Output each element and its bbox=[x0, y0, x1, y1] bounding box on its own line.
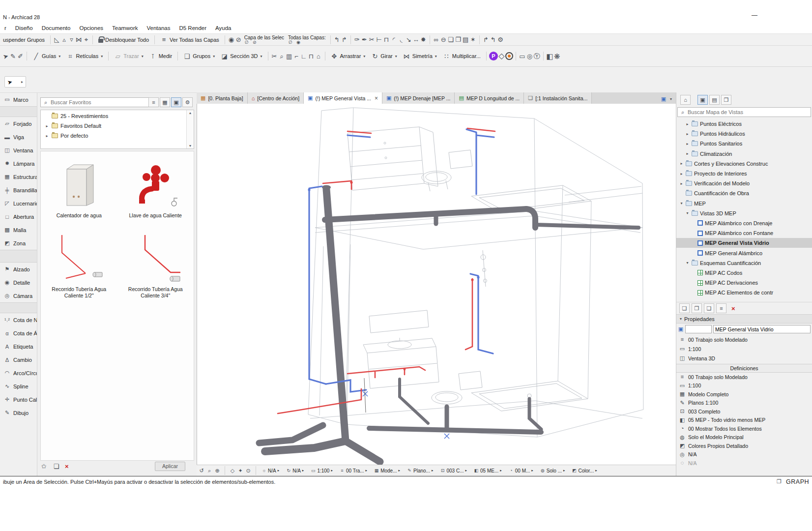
quick-select-tool[interactable]: ➤ ▸ bbox=[4, 76, 26, 88]
scissors-icon[interactable]: ✂ bbox=[271, 53, 278, 59]
properties-header[interactable]: ▾ Propiedades bbox=[676, 314, 812, 324]
prop-row-00-mostrar-todos-los-elementos[interactable]: ◔00 Mostrar Todos los Elementos bbox=[676, 424, 812, 433]
menu-item-ayuda[interactable]: Ayuda bbox=[211, 24, 235, 32]
y-circle-icon[interactable]: Ⓨ bbox=[533, 53, 541, 59]
prop-row-solo-el-modelo-principal[interactable]: ◍Solo el Modelo Principal bbox=[676, 433, 812, 442]
clone-folder-icon[interactable]: ❐ bbox=[692, 303, 702, 313]
frame-tool-icon[interactable]: ⊓ bbox=[308, 53, 315, 59]
prop-row-n-a[interactable]: ◎N/A bbox=[676, 450, 812, 459]
cube2-icon[interactable]: ◧ bbox=[546, 53, 553, 60]
tool-forjado[interactable]: ▱Forjado bbox=[0, 117, 37, 130]
ghost-show-icon[interactable]: ◉ bbox=[228, 36, 235, 43]
nav-item-cuantificacion-de-obra[interactable]: Cuantificación de Obra bbox=[676, 188, 812, 198]
boxed-view-icon[interactable]: ▣ bbox=[171, 97, 181, 107]
look-around-icon[interactable]: ⊙ bbox=[245, 468, 251, 473]
group-icon[interactable]: ❏ bbox=[447, 36, 455, 43]
distribute-icon[interactable]: ⋈ bbox=[75, 36, 83, 43]
stretch-icon[interactable]: ↔ bbox=[412, 36, 420, 43]
menu-item-d5-render[interactable]: D5 Render bbox=[174, 24, 211, 32]
favorites-folder-por-defecto[interactable]: ▸Por defecto bbox=[41, 131, 194, 141]
adjust-icon[interactable]: ⊢ bbox=[376, 36, 383, 43]
nav-item-proyecto-de-interiores[interactable]: ▸Proyecto de Interiores bbox=[676, 169, 812, 178]
tool-marco[interactable]: ▭Marco bbox=[0, 93, 37, 106]
menu-item-ventanas[interactable]: Ventanas bbox=[142, 24, 174, 32]
multiply-button[interactable]: ∷Multiplicar... bbox=[440, 51, 484, 61]
tab-close-icon[interactable]: × bbox=[375, 95, 378, 102]
section3d-button[interactable]: ◪Sección 3D▾ bbox=[218, 51, 265, 61]
ghost-hide-icon[interactable]: ⊘ bbox=[235, 36, 242, 43]
nav-item-mep-general-vista-vidrio[interactable]: MEP General Vista Vidrio bbox=[676, 238, 812, 248]
grids-button[interactable]: ⌗Retículas▾ bbox=[63, 51, 106, 61]
prop-row-1-100[interactable]: ▭1:100 bbox=[676, 344, 812, 354]
prop-row-00-trabajo-solo-modelado[interactable]: ≡00 Trabajo solo Modelado bbox=[676, 373, 812, 382]
prop-row-modelo-completo[interactable]: ▦Modelo Completo bbox=[676, 390, 812, 399]
settings-icon[interactable]: ⚙ bbox=[497, 36, 504, 43]
tool-arco-circul[interactable]: ◠Arco/Círcul bbox=[0, 366, 37, 380]
tool-malla[interactable]: ▩Malla bbox=[0, 223, 37, 236]
view-map-icon[interactable]: ▣ bbox=[697, 95, 708, 105]
pin-icon[interactable]: ⌖ bbox=[83, 36, 90, 43]
expander-icon[interactable]: ▸ bbox=[45, 124, 49, 128]
arrow-tool-icon[interactable]: ➤ bbox=[1, 52, 10, 60]
fillet-icon[interactable]: ◜ bbox=[390, 36, 398, 43]
navigator-search-input[interactable] bbox=[688, 109, 809, 115]
show-all-icon[interactable]: ∅ bbox=[288, 40, 293, 45]
nav-item-mep[interactable]: ▾MEP bbox=[676, 199, 812, 208]
delete-favorite-icon[interactable]: × bbox=[65, 463, 69, 470]
quickbar-003-c[interactable]: ⊡003 C...▸ bbox=[439, 468, 468, 473]
scroll-down-icon[interactable]: ▼ bbox=[189, 144, 192, 148]
tool-etiqueta[interactable]: AEtiqueta bbox=[0, 340, 37, 353]
nav-item-mep-ac-derivaciones[interactable]: MEP AC Derivaciones bbox=[676, 278, 812, 288]
tool-ventana[interactable]: ◫Ventana bbox=[0, 144, 37, 157]
nav-item-mep-ac-elementos-de-contr[interactable]: MEP AC Elementos de contr bbox=[676, 288, 812, 297]
expander-icon[interactable]: ▾ bbox=[685, 261, 690, 265]
tool-spline[interactable]: ∿Spline bbox=[0, 380, 37, 393]
tool-cambio[interactable]: ΔCambio bbox=[0, 353, 37, 366]
align-elements-icon[interactable]: ◺ bbox=[53, 36, 60, 43]
prop-row-00-trabajo-solo-modelado[interactable]: ≡00 Trabajo solo Modelado bbox=[676, 335, 812, 344]
link-icon[interactable]: ∞ bbox=[433, 36, 440, 43]
quickbar-color[interactable]: ◩Color...▸ bbox=[571, 468, 598, 473]
menu-item-teamwork[interactable]: Teamwork bbox=[108, 24, 142, 32]
quickbar-1-100[interactable]: ▭1:100▸ bbox=[310, 468, 334, 473]
lock-layer-icon[interactable]: ⊘ bbox=[252, 40, 257, 45]
expander-icon[interactable]: ▸ bbox=[685, 151, 690, 156]
quickbar-05-me[interactable]: ◧05 ME...▸ bbox=[473, 468, 503, 473]
new-viewpoint-icon[interactable]: ❏ bbox=[679, 303, 690, 313]
expander-icon[interactable]: ▸ bbox=[679, 172, 684, 176]
navigator-search[interactable]: ⌕ bbox=[677, 107, 811, 117]
prop-row-05-mep-todo-vidrio-menos-mep[interactable]: ◧05 MEP - Todo vidrio menos MEP bbox=[676, 416, 812, 425]
cube-view-icon[interactable]: ◇ bbox=[498, 52, 505, 60]
nav-item-mep-alambrico-con-drenaje[interactable]: MEP Alámbrico con Drenaje bbox=[676, 218, 812, 228]
nav-item-puntos-electricos[interactable]: ▸Puntos Eléctricos bbox=[676, 119, 812, 129]
grid-view-icon[interactable]: ▦ bbox=[160, 97, 170, 107]
expander-icon[interactable]: ▸ bbox=[685, 142, 690, 146]
delete-view-icon[interactable]: × bbox=[731, 305, 735, 312]
prop-row-planos-1-100[interactable]: ✎Planos 1:100 bbox=[676, 399, 812, 408]
suspend-groups-button[interactable]: uspender Grupos bbox=[0, 34, 48, 45]
angle-tool-icon[interactable]: ∟ bbox=[300, 53, 308, 59]
expander-icon[interactable]: ▸ bbox=[679, 161, 684, 166]
expander-icon[interactable]: ▸ bbox=[679, 181, 684, 186]
quickbar-mode[interactable]: ▦Mode...▸ bbox=[373, 468, 401, 473]
list-view-icon[interactable]: ≡ bbox=[148, 97, 159, 107]
backward-icon[interactable]: ↰ bbox=[490, 36, 497, 43]
d5-render-icon[interactable]: P bbox=[489, 52, 498, 60]
drag-button[interactable]: ✥Arrastrar▾ bbox=[328, 51, 369, 61]
prop-row-1-100[interactable]: ▭1:100 bbox=[676, 382, 812, 390]
view-name-field[interactable] bbox=[713, 325, 811, 333]
menu-item-diseno[interactable]: Diseño bbox=[11, 24, 37, 32]
resize-icon[interactable]: ↘ bbox=[405, 36, 412, 43]
scroll-up-icon[interactable]: ▲ bbox=[189, 111, 192, 115]
tool-lampara[interactable]: ✹Lámpara bbox=[0, 157, 37, 170]
tool-estructura[interactable]: ▦Estructura bbox=[0, 170, 37, 183]
mirror-button[interactable]: ⋈Simetría▾ bbox=[400, 51, 440, 61]
tool-punto-cali[interactable]: ✛Punto Cali bbox=[0, 393, 37, 406]
intersect-icon[interactable]: ⊓ bbox=[383, 36, 390, 43]
gear-flower-icon[interactable]: ❋ bbox=[553, 53, 561, 60]
trace-button[interactable]: ▱Trazar▾ bbox=[111, 51, 146, 61]
tool-cota-de-ar[interactable]: αCota de Ár bbox=[0, 326, 37, 340]
favorite-item-hot-water-tap[interactable]: Llave de agua Caliente bbox=[118, 157, 192, 231]
magic-wand-icon[interactable]: ✶ bbox=[469, 36, 477, 43]
tool-dibujo[interactable]: ✎Dibujo bbox=[0, 406, 37, 419]
